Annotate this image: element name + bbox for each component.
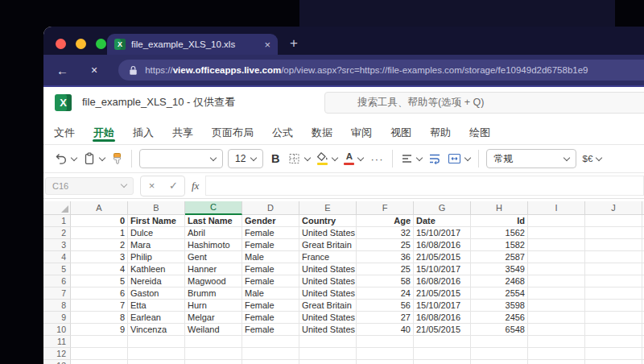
cell-J8[interactable] — [585, 300, 642, 312]
cell-J13[interactable] — [585, 360, 642, 364]
cell-I5[interactable] — [528, 263, 585, 275]
cell-D5[interactable]: Female — [242, 263, 299, 275]
cell-B11[interactable] — [128, 336, 185, 348]
cell-F8[interactable]: 56 — [357, 300, 414, 312]
cell-B7[interactable]: Gaston — [128, 287, 185, 300]
cell-J10[interactable] — [585, 324, 642, 336]
undo-button[interactable] — [52, 148, 80, 169]
cell-J6[interactable] — [585, 275, 642, 287]
cell-H5[interactable]: 3549 — [471, 263, 528, 275]
row-header-10[interactable]: 10 — [43, 324, 71, 336]
row-header-7[interactable]: 7 — [43, 287, 71, 300]
row-header-2[interactable]: 2 — [43, 227, 71, 239]
cell-B8[interactable]: Etta — [128, 300, 185, 312]
cell-F1[interactable]: Age — [357, 215, 414, 227]
cell-A10[interactable]: 9 — [71, 324, 128, 336]
column-header-I[interactable]: I — [528, 201, 585, 215]
cell-D6[interactable]: Female — [242, 275, 299, 287]
column-header-J[interactable]: J — [585, 201, 642, 215]
cell-A4[interactable]: 3 — [71, 251, 128, 263]
menu-tab-1[interactable]: 文件 — [52, 127, 76, 144]
chevron-down-icon[interactable] — [332, 154, 338, 160]
cell-B9[interactable]: Earlean — [128, 312, 185, 324]
row-header-5[interactable]: 5 — [43, 263, 71, 275]
cell-H6[interactable]: 2468 — [471, 275, 528, 287]
cell-A8[interactable]: 7 — [71, 300, 128, 312]
borders-button[interactable] — [285, 148, 313, 169]
fullscreen-window-button[interactable] — [96, 39, 106, 49]
cell-F3[interactable]: 25 — [357, 239, 414, 251]
bold-button[interactable]: B — [266, 148, 285, 169]
cell-H9[interactable]: 2456 — [471, 312, 528, 324]
cell-D13[interactable] — [242, 360, 299, 364]
minimize-window-button[interactable] — [76, 39, 86, 49]
cell-H12[interactable] — [471, 348, 528, 360]
cell-B4[interactable]: Philip — [128, 251, 185, 263]
cell-F12[interactable] — [357, 348, 414, 360]
cell-E3[interactable]: Great Britain — [299, 239, 357, 251]
cell-C10[interactable]: Weiland — [185, 324, 242, 336]
row-header-13[interactable]: 13 — [43, 360, 71, 364]
cell-D7[interactable]: Male — [242, 287, 299, 300]
cell-E8[interactable]: Great Britain — [299, 300, 357, 312]
more-options-button[interactable]: ··· — [366, 148, 387, 169]
select-all-button[interactable] — [43, 201, 71, 215]
fill-color-button[interactable] — [313, 148, 341, 169]
chevron-down-icon[interactable] — [121, 181, 127, 188]
cell-G11[interactable] — [414, 336, 471, 348]
cell-F6[interactable]: 58 — [357, 275, 414, 287]
cell-I2[interactable] — [528, 227, 585, 239]
cell-I10[interactable] — [528, 324, 585, 336]
row-header-9[interactable]: 9 — [43, 312, 71, 324]
cell-C4[interactable]: Gent — [185, 251, 242, 263]
cell-G2[interactable]: 15/10/2017 — [414, 227, 471, 239]
cell-D4[interactable]: Male — [242, 251, 299, 263]
column-header-E[interactable]: E — [299, 201, 357, 215]
cell-J3[interactable] — [585, 239, 642, 251]
cell-A13[interactable] — [71, 360, 128, 364]
cell-B6[interactable]: Nereida — [128, 275, 185, 287]
cell-A11[interactable] — [71, 336, 128, 348]
name-box[interactable]: C16 — [45, 177, 134, 195]
cell-H13[interactable] — [471, 360, 528, 364]
cell-B10[interactable]: Vincenza — [128, 324, 185, 336]
chevron-down-icon[interactable] — [596, 154, 602, 160]
menu-tab-7[interactable]: 数据 — [310, 127, 334, 144]
wrap-text-button[interactable] — [425, 148, 444, 169]
cell-A9[interactable]: 8 — [71, 312, 128, 324]
number-format-select[interactable]: 常规 — [486, 149, 576, 168]
cell-J11[interactable] — [585, 336, 642, 348]
row-header-1[interactable]: 1 — [43, 215, 71, 227]
cell-I4[interactable] — [528, 251, 585, 263]
cell-C2[interactable]: Abril — [185, 227, 242, 239]
column-header-F[interactable]: F — [357, 201, 414, 215]
enter-icon[interactable]: ✓ — [163, 176, 184, 196]
cell-G13[interactable] — [414, 360, 471, 364]
cell-F4[interactable]: 36 — [357, 251, 414, 263]
cell-G5[interactable]: 15/10/2017 — [414, 263, 471, 275]
cell-I1[interactable] — [528, 215, 585, 227]
cell-D11[interactable] — [242, 336, 299, 348]
font-name-select[interactable] — [139, 149, 223, 168]
cell-B5[interactable]: Kathleen — [128, 263, 185, 275]
menu-tab-8[interactable]: 审阅 — [349, 127, 374, 144]
menu-tab-5[interactable]: 页面布局 — [210, 127, 255, 144]
cell-C13[interactable] — [185, 360, 242, 364]
cell-G3[interactable]: 16/08/2016 — [414, 239, 471, 251]
cell-C12[interactable] — [185, 348, 242, 360]
cell-A1[interactable]: 0 — [71, 215, 128, 227]
cell-H8[interactable]: 3598 — [471, 300, 528, 312]
cell-A5[interactable]: 4 — [71, 263, 128, 275]
cell-J2[interactable] — [585, 227, 642, 239]
cell-C8[interactable]: Hurn — [185, 300, 242, 312]
cell-I12[interactable] — [528, 348, 585, 360]
cell-I3[interactable] — [528, 239, 585, 251]
address-bar[interactable]: https://view.officeapps.live.com/op/view… — [118, 60, 644, 81]
cell-I9[interactable] — [528, 312, 585, 324]
cell-C1[interactable]: Last Name — [185, 215, 242, 227]
cell-J4[interactable] — [585, 251, 642, 263]
menu-tab-2[interactable]: 开始 — [92, 127, 116, 144]
column-header-H[interactable]: H — [471, 201, 528, 215]
insert-function-icon[interactable]: fx — [192, 180, 199, 192]
cell-A2[interactable]: 1 — [71, 227, 128, 239]
